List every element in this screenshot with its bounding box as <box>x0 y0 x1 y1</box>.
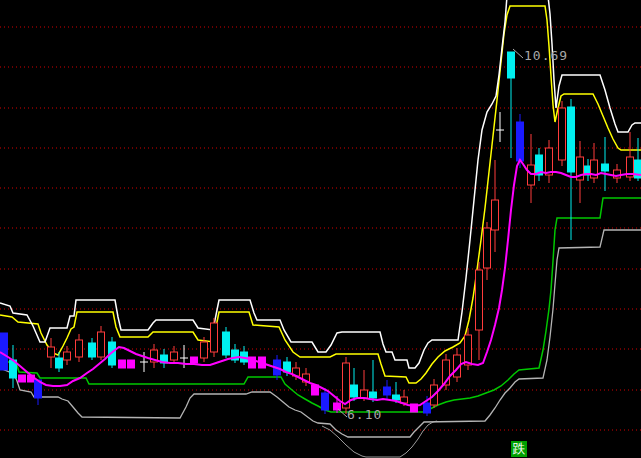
candle <box>476 262 483 360</box>
candle <box>496 112 504 142</box>
candle <box>351 368 358 401</box>
candle <box>577 141 584 203</box>
candle <box>232 344 239 363</box>
stock-chart-window: 10.69 6.10 跌 <box>0 0 641 458</box>
candle <box>241 346 248 365</box>
candle <box>536 148 543 181</box>
candle <box>76 334 83 362</box>
candle <box>361 370 368 401</box>
candle <box>10 345 17 388</box>
candle <box>98 326 105 360</box>
candlestick-chart[interactable] <box>0 0 641 458</box>
candle <box>211 318 218 357</box>
candle <box>343 357 350 414</box>
candle <box>161 349 168 368</box>
candle <box>568 99 575 240</box>
candles <box>1 52 641 416</box>
candle <box>119 360 126 368</box>
candle <box>559 101 566 166</box>
candle <box>35 380 42 405</box>
candle <box>191 357 198 363</box>
candle <box>508 52 515 158</box>
candle <box>591 143 598 183</box>
candle <box>48 338 55 368</box>
candle <box>602 137 609 191</box>
candle <box>370 360 377 402</box>
band-line-lower-band-green <box>0 198 641 412</box>
candle <box>484 222 491 280</box>
candle <box>614 164 621 183</box>
candle <box>151 344 158 368</box>
price-label-high: 10.69 <box>524 48 568 63</box>
candle <box>223 327 230 358</box>
candle <box>19 375 26 382</box>
price-label-low: 6.10 <box>347 407 382 422</box>
fall-status-badge: 跌 <box>511 441 527 457</box>
candle <box>89 338 96 360</box>
candle <box>322 388 329 414</box>
candle <box>384 380 391 399</box>
candle <box>528 134 535 203</box>
candle <box>128 360 135 368</box>
candle <box>546 140 553 183</box>
candle <box>1 333 8 370</box>
candle <box>492 160 499 252</box>
